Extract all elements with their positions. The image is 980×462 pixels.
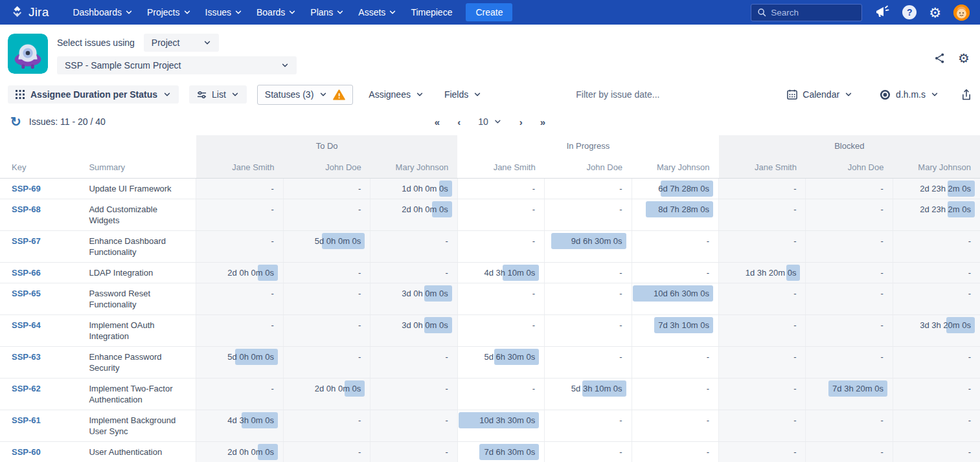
duration-cell: - (893, 410, 980, 441)
search-input[interactable] (771, 8, 849, 17)
duration-cell: - (545, 199, 632, 230)
duration-cell: - (545, 410, 632, 441)
duration-cell: 6d 7h 28m 0s (632, 178, 718, 199)
duration-value: 10d 3h 30m 0s (479, 415, 535, 425)
last-page-button[interactable]: » (540, 116, 545, 127)
prev-page-button[interactable]: ‹ (457, 116, 461, 127)
chevron-down-icon (319, 91, 327, 98)
duration-cell: - (893, 346, 980, 378)
issues-range-label: Issues: 11 - 20 / 40 (29, 116, 106, 127)
table-row: SSP-67Enhance Dashboard Functionality-5d… (0, 230, 980, 262)
duration-cell: - (719, 199, 806, 230)
top-nav: Jira DashboardsProjectsIssuesBoardsPlans… (0, 0, 980, 25)
nav-item-projects[interactable]: Projects (140, 0, 198, 25)
chevron-down-icon (163, 91, 171, 98)
issue-date-filter-input[interactable]: Filter by issue date... (576, 89, 659, 100)
key-column-header: Key (0, 157, 89, 178)
report-type-button[interactable]: Assignee Duration per Status (8, 85, 179, 104)
next-page-button[interactable]: › (519, 116, 523, 127)
user-avatar[interactable] (953, 5, 970, 21)
duration-cell: - (806, 178, 893, 199)
issue-key-link[interactable]: SSP-69 (12, 184, 41, 193)
export-icon[interactable] (961, 89, 972, 101)
duration-cell: 4d 3h 10m 0s (457, 262, 544, 283)
nav-item-label: Boards (256, 7, 285, 17)
fields-button[interactable]: Fields (439, 85, 486, 104)
issue-key-link[interactable]: SSP-64 (12, 320, 41, 330)
duration-cell: - (806, 262, 893, 283)
nav-item-plans[interactable]: Plans (303, 0, 351, 25)
duration-cell: - (719, 283, 806, 314)
report-settings-gear-icon[interactable]: ⚙ (958, 52, 970, 65)
nav-item-issues[interactable]: Issues (198, 0, 249, 25)
summary-column-header: Summary (89, 157, 196, 178)
duration-cell: - (370, 346, 457, 378)
issue-key-link[interactable]: SSP-68 (12, 204, 41, 214)
issue-key-link[interactable]: SSP-67 (12, 236, 41, 246)
page-size-select[interactable]: 10 (478, 116, 502, 127)
duration-cell: - (545, 346, 632, 378)
duration-cell: - (370, 410, 457, 441)
help-icon[interactable]: ? (902, 5, 917, 19)
summary-cell: Password Reset Functionality (89, 283, 196, 314)
issue-key-link[interactable]: SSP-62 (12, 384, 41, 393)
first-page-button[interactable]: « (435, 116, 440, 127)
duration-cell: 3d 3h 20m 0s (893, 314, 980, 346)
duration-cell: - (719, 378, 806, 410)
statuses-filter-button[interactable]: Statuses (3) (257, 85, 353, 105)
share-icon[interactable] (933, 52, 946, 65)
assignee-column-header: John Doe (545, 157, 632, 178)
chevron-down-icon (931, 91, 939, 98)
nav-item-timepiece[interactable]: Timepiece (404, 0, 459, 25)
issue-key-link[interactable]: SSP-63 (12, 352, 41, 362)
duration-value: 1d 0h 0m 0s (402, 184, 448, 193)
avatar-face-icon (953, 5, 970, 21)
format-eye-icon (880, 89, 891, 100)
create-button[interactable]: Create (466, 3, 512, 21)
duration-cell: - (632, 410, 718, 441)
nav-item-boards[interactable]: Boards (249, 0, 303, 25)
calendar-button[interactable]: Calendar (782, 85, 858, 104)
column-header-row: KeySummaryJane SmithJohn DoeMary Johnson… (0, 157, 980, 178)
nav-item-dashboards[interactable]: Dashboards (65, 0, 140, 25)
assignees-filter-button[interactable]: Assignees (363, 85, 429, 104)
assignees-filter-label: Assignees (369, 89, 411, 100)
duration-cell: - (457, 199, 544, 230)
issue-key-link[interactable]: SSP-66 (12, 268, 41, 278)
duration-cell: - (196, 314, 283, 346)
duration-value: 5d 6h 30m 0s (484, 352, 535, 362)
duration-cell: 1d 3h 20m 0s (719, 262, 806, 283)
project-select-value: SSP - Sample Scrum Project (65, 60, 181, 71)
duration-report-table: To DoIn ProgressBlockedKeySummaryJane Sm… (0, 135, 980, 462)
key-cell: SSP-67 (0, 230, 89, 262)
chevron-down-icon (473, 91, 481, 98)
search-box[interactable] (751, 4, 862, 21)
jira-logo-icon (10, 5, 25, 19)
issue-source-select[interactable]: Project (144, 34, 219, 52)
duration-cell: - (283, 283, 370, 314)
issue-key-link[interactable]: SSP-65 (12, 289, 41, 298)
issue-key-link[interactable]: SSP-61 (12, 415, 41, 425)
issue-key-link[interactable]: SSP-60 (12, 447, 41, 457)
report-type-label: Assignee Duration per Status (30, 89, 157, 100)
project-select[interactable]: SSP - Sample Scrum Project (57, 56, 297, 74)
grid-icon (16, 90, 25, 99)
duration-value: 4d 3h 10m 0s (484, 268, 535, 278)
duration-cell: 2d 0h 0m 0s (283, 378, 370, 410)
duration-value: 6d 7h 28m 0s (658, 184, 709, 193)
jira-logo[interactable]: Jira (10, 5, 49, 19)
nav-item-assets[interactable]: Assets (351, 0, 404, 25)
view-mode-button[interactable]: List (189, 85, 247, 104)
key-cell: SSP-64 (0, 314, 89, 346)
duration-cell: 5d 0h 0m 0s (283, 230, 370, 262)
table-row: SSP-69Update UI Framework--1d 0h 0m 0s--… (0, 178, 980, 199)
refresh-icon[interactable]: ↻ (10, 115, 21, 128)
chevron-down-icon (203, 39, 211, 47)
chevron-down-icon (845, 91, 852, 98)
time-format-button[interactable]: d.h.m.s (874, 85, 944, 104)
duration-value: 2d 0h 0m 0s (227, 447, 274, 457)
settings-gear-icon[interactable]: ⚙ (929, 6, 941, 19)
key-cell: SSP-60 (0, 441, 89, 462)
megaphone-icon[interactable] (874, 5, 890, 19)
duration-cell: - (719, 230, 806, 262)
